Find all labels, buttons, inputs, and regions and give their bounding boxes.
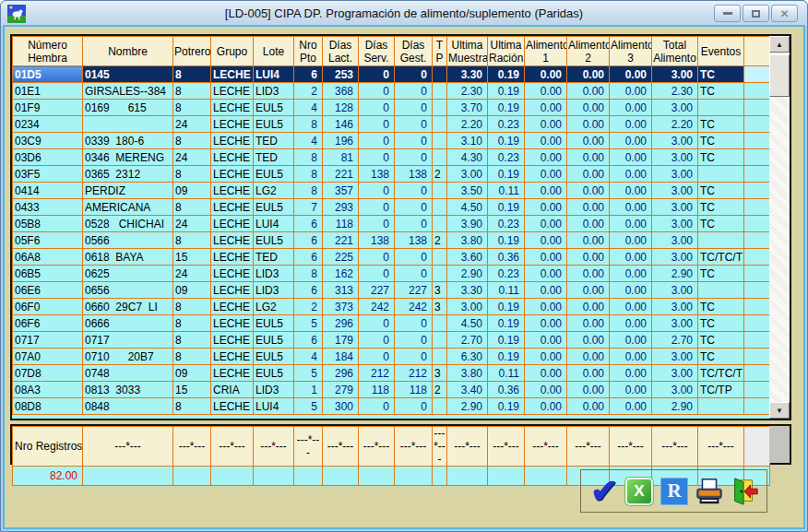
cell[interactable]: 0.11 (488, 183, 525, 199)
restore-button[interactable] (743, 5, 769, 22)
cell[interactable]: 0 (395, 116, 433, 133)
cell[interactable]: 81 (323, 149, 359, 166)
cell[interactable]: 0618 BAYA (83, 249, 173, 266)
cell[interactable] (698, 232, 744, 249)
cell[interactable]: EUL5 (254, 199, 294, 216)
cell[interactable]: 0 (359, 349, 395, 365)
cell[interactable]: 4 (294, 100, 323, 116)
cell[interactable] (698, 398, 744, 415)
cell[interactable]: 0848 (83, 398, 173, 415)
cell[interactable]: 3.70 (447, 100, 488, 116)
cell[interactable]: TED (254, 133, 294, 149)
cell[interactable]: 0660 29C7 LI (83, 299, 173, 315)
cell[interactable]: TC (698, 349, 744, 365)
cell[interactable]: 3.00 (652, 149, 698, 166)
cell[interactable]: 6 (294, 332, 323, 349)
cell[interactable]: 0.36 (488, 382, 525, 398)
cell[interactable]: LECHE (211, 66, 254, 83)
cell[interactable]: 0625 (83, 266, 173, 282)
cell[interactable]: 0.19 (488, 398, 525, 415)
cell[interactable]: 24 (173, 116, 211, 133)
cell[interactable]: 8 (173, 299, 211, 315)
cell[interactable]: 118 (359, 382, 395, 398)
cell[interactable]: 0.19 (488, 315, 525, 332)
cell[interactable]: 3.00 (652, 282, 698, 299)
cell[interactable] (433, 249, 447, 266)
cell[interactable]: 0666 (83, 315, 173, 332)
cell[interactable]: 0346 MERENG (83, 149, 173, 166)
cell[interactable]: 279 (323, 382, 359, 398)
scroll-down-button[interactable]: ▼ (769, 402, 790, 419)
cell[interactable]: 0.00 (525, 116, 567, 133)
cell[interactable]: LECHE (211, 183, 254, 199)
table-row[interactable]: 01D501458LECHELUI46253003.300.190.000.00… (13, 66, 770, 83)
cell[interactable]: TC (698, 83, 744, 100)
cell[interactable]: TC (698, 149, 744, 166)
cell[interactable]: 8 (173, 133, 211, 149)
cell[interactable]: 0 (395, 332, 433, 349)
cell[interactable]: LECHE (211, 100, 254, 116)
table-row[interactable]: 0414PERDIZ09LECHELG28357003.500.110.000.… (13, 183, 770, 199)
cell[interactable]: 05B8 (13, 216, 83, 232)
cell[interactable]: 227 (359, 282, 395, 299)
cell[interactable]: 212 (395, 365, 433, 382)
cell[interactable]: 0.23 (488, 149, 525, 166)
cell[interactable]: 0 (359, 83, 395, 100)
cell[interactable] (433, 332, 447, 349)
cell[interactable]: 0.00 (610, 83, 652, 100)
table-row[interactable]: 01F90169 6158LECHEEUL54128003.700.190.00… (13, 100, 770, 116)
cell[interactable]: 0.00 (567, 349, 610, 365)
cell[interactable]: CRIA (211, 382, 254, 398)
cell[interactable]: 0.00 (567, 365, 610, 382)
cell[interactable]: LG2 (254, 183, 294, 199)
cell[interactable]: 0.00 (610, 332, 652, 349)
cell[interactable]: 24 (173, 266, 211, 282)
cell[interactable]: 0.19 (488, 232, 525, 249)
cell[interactable]: EUL5 (254, 100, 294, 116)
cell[interactable]: 128 (323, 100, 359, 116)
cell[interactable]: TED (254, 249, 294, 266)
table-row[interactable]: 06B5062524LECHELID38162002.900.230.000.0… (13, 266, 770, 282)
cell[interactable]: 118 (395, 382, 433, 398)
cell[interactable]: 0 (359, 149, 395, 166)
cell[interactable]: 0.00 (567, 266, 610, 282)
cell[interactable] (83, 116, 173, 133)
cell[interactable]: EUL5 (254, 116, 294, 133)
cell[interactable]: 01D5 (13, 66, 83, 83)
cell[interactable]: 0.00 (610, 116, 652, 133)
cell[interactable]: 3.00 (652, 133, 698, 149)
cell[interactable]: 0.19 (488, 299, 525, 315)
cell[interactable]: 3.80 (447, 232, 488, 249)
cell[interactable]: 0.00 (525, 332, 567, 349)
cell[interactable]: 0 (395, 100, 433, 116)
cell[interactable]: 8 (294, 166, 323, 183)
cell[interactable]: 2.90 (652, 398, 698, 415)
cell[interactable]: 0145 (83, 66, 173, 83)
cell[interactable]: 0.23 (488, 266, 525, 282)
cell[interactable]: 0 (395, 83, 433, 100)
cell[interactable]: 0 (395, 349, 433, 365)
cell[interactable]: 3.00 (652, 232, 698, 249)
cell[interactable]: TC (698, 116, 744, 133)
cell[interactable]: LECHE (211, 365, 254, 382)
cell[interactable]: 3.00 (652, 100, 698, 116)
cell[interactable]: 0 (395, 183, 433, 199)
cell[interactable]: 253 (323, 66, 359, 83)
cell[interactable]: 0.00 (610, 149, 652, 166)
cell[interactable]: 0566 (83, 232, 173, 249)
cell[interactable]: EUL5 (254, 365, 294, 382)
cell[interactable] (698, 166, 744, 183)
cell[interactable]: 0.00 (525, 83, 567, 100)
cell[interactable]: 0.19 (488, 66, 525, 83)
cell[interactable]: LECHE (211, 83, 254, 100)
cell[interactable]: TC (698, 216, 744, 232)
cell[interactable]: 0748 (83, 365, 173, 382)
cell[interactable] (433, 83, 447, 100)
cell[interactable]: 0.00 (525, 100, 567, 116)
cell[interactable]: 3.00 (447, 299, 488, 315)
cell[interactable]: 3.00 (652, 382, 698, 398)
cell[interactable]: 0 (395, 133, 433, 149)
cell[interactable]: TC (698, 199, 744, 216)
cell[interactable]: 6 (294, 232, 323, 249)
cell[interactable]: 221 (323, 166, 359, 183)
